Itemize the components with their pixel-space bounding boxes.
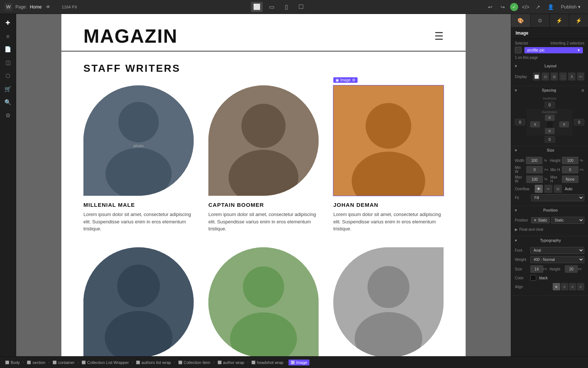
user-button[interactable]: 👤	[545, 2, 556, 12]
bc-headshot-wrap[interactable]: ⬜ headshot wrap	[249, 360, 286, 365]
bc-body[interactable]: ⬜ Body	[3, 360, 22, 365]
writer-headshot-3-wrapper[interactable]: ▣ Image ⚙	[333, 85, 444, 196]
padding-left-input[interactable]	[530, 121, 540, 127]
code-button[interactable]: </>	[520, 2, 531, 12]
writer-headshot-4[interactable]	[83, 247, 194, 357]
overflow-visible-btn[interactable]: 👁	[535, 185, 543, 193]
page-name[interactable]: Home	[30, 4, 42, 10]
margin-bottom-input[interactable]	[545, 136, 555, 143]
writer-headshot-2[interactable]	[208, 85, 319, 196]
margin-left-input[interactable]	[515, 119, 525, 125]
sidebar-layers-icon[interactable]: ≡	[2, 30, 14, 42]
display-flex-btn[interactable]: ⊟	[542, 72, 549, 81]
device-mobile[interactable]: ☐	[295, 2, 307, 12]
max-h-input[interactable]	[562, 176, 578, 183]
spacing-extra-icon[interactable]: ⊞	[581, 89, 584, 92]
selector-name-tag[interactable]: profile pic ▾	[524, 47, 583, 53]
sidebar-cms-icon[interactable]: ◫	[2, 57, 14, 68]
display-block-btn[interactable]: ⬜	[533, 72, 540, 81]
bc-clw-icon: ⬜	[82, 361, 86, 364]
position-section-header[interactable]: ▾ Position	[511, 206, 588, 214]
right-panel: 🎨 ⚙ ⚡ ⚡ Image Selector Inheriting 2 sele…	[511, 14, 588, 356]
layout-section-header[interactable]: ▾ Layout	[511, 62, 588, 70]
writer-headshot-3[interactable]	[333, 85, 444, 196]
panel-custom-attr-icon[interactable]: ⚡	[569, 14, 588, 27]
publish-button[interactable]: Publish ▾	[558, 3, 584, 11]
font-size-input[interactable]	[530, 265, 543, 273]
image-selection-tag: ▣ Image ⚙	[333, 77, 358, 83]
writer-headshot-5[interactable]	[208, 247, 319, 357]
panel-interactions-icon[interactable]: ⚡	[550, 14, 569, 27]
align-center-btn[interactable]: ≡	[561, 283, 568, 290]
margin-top-input[interactable]	[545, 102, 555, 108]
sidebar-seo-icon[interactable]: 🔍	[2, 96, 14, 108]
align-left-btn[interactable]: ≡	[553, 283, 560, 290]
position-select[interactable]: Static Relative Absolute Fixed Sticky	[551, 217, 584, 224]
padding-bottom-input[interactable]	[545, 128, 555, 134]
share-button[interactable]: ↗	[533, 2, 543, 12]
min-h-input[interactable]	[562, 166, 578, 173]
height-input[interactable]	[562, 157, 578, 164]
preview-icon[interactable]: 👁	[46, 4, 50, 10]
line-height-input[interactable]	[565, 265, 578, 273]
display-grid-btn[interactable]: ⊞	[551, 72, 558, 81]
sidebar-assets-icon[interactable]: ⬡	[2, 70, 14, 82]
size-section-header[interactable]: ▾ Size	[511, 146, 588, 154]
margin-top-row	[515, 102, 584, 108]
writer-headshot-6[interactable]	[333, 247, 444, 357]
position-x-tag[interactable]: ✕ Static	[531, 217, 550, 223]
bc-author-wrap[interactable]: ⬜ author wrap	[215, 360, 247, 365]
align-right-btn[interactable]: ≡	[569, 283, 576, 290]
panel-settings-icon[interactable]: ⚙	[531, 14, 550, 27]
sidebar-add-icon[interactable]: ✚	[2, 17, 14, 29]
overflow-scroll-btn[interactable]: ⊟	[554, 185, 562, 193]
writer-card-1: photo MILLENIAL MALE Lorem ipsum dolor s…	[83, 85, 194, 233]
device-desktop[interactable]: ⬜	[251, 2, 263, 12]
bc-img-label: Image	[296, 360, 308, 365]
align-justify-btn[interactable]: ≡	[577, 283, 584, 290]
padding-right-input[interactable]	[559, 121, 569, 127]
bc-section[interactable]: ⬜ section	[25, 360, 47, 365]
color-swatch[interactable]	[530, 275, 536, 281]
sidebar-ecomm-icon[interactable]: 🛒	[2, 83, 14, 95]
hamburger-menu[interactable]: ☰	[434, 30, 444, 42]
redo-button[interactable]: ↪	[498, 2, 508, 12]
min-h-unit: PX	[580, 168, 584, 171]
spacing-title: Spacing	[542, 88, 556, 92]
bc-image[interactable]: ⬜ Image	[288, 360, 310, 365]
bc-collection-list-wrapper[interactable]: ⬜ Collection List Wrapper	[79, 360, 131, 365]
position-x-label: Static	[538, 218, 547, 222]
overflow-hidden-btn[interactable]: ✏	[544, 185, 552, 193]
min-w-input[interactable]	[526, 166, 543, 173]
sidebar-settings-icon[interactable]: ⚙	[2, 110, 14, 121]
writer-headshot-1[interactable]: photo	[83, 85, 194, 196]
fit-select[interactable]: Fill Fit Cover	[531, 194, 584, 201]
bc-aw-icon: ⬜	[218, 361, 222, 364]
display-inline-btn[interactable]: ⬚	[559, 72, 567, 81]
display-none-btn[interactable]: ✏	[577, 72, 584, 81]
device-tablet-landscape[interactable]: ▭	[266, 2, 277, 12]
w-logo[interactable]: W	[4, 3, 12, 11]
undo-button[interactable]: ↩	[485, 2, 495, 12]
bc-collection-item[interactable]: ⬜ Collection Item	[176, 360, 213, 365]
width-input[interactable]	[526, 157, 542, 164]
spacing-section-header[interactable]: ▾ Spacing ⊞	[511, 86, 588, 94]
float-clear-button[interactable]: ▶ Float and clear	[515, 227, 544, 231]
max-w-input[interactable]	[526, 176, 543, 183]
weight-label: Weight	[515, 258, 530, 262]
display-text-btn[interactable]: A	[568, 72, 576, 81]
weight-select[interactable]: 400 - Normal 700 - Bold	[530, 256, 584, 263]
margin-right-input[interactable]	[574, 119, 584, 125]
padding-top-input[interactable]	[545, 115, 555, 121]
bc-authors-list-wrap[interactable]: ⬜ authors list wrap	[134, 360, 173, 365]
font-select[interactable]: Arial	[530, 247, 584, 254]
device-tablet[interactable]: ▯	[280, 2, 292, 12]
selector-label: Selector	[515, 41, 528, 45]
bc-container[interactable]: ⬜ container	[50, 360, 77, 365]
panel-style-icon[interactable]: 🎨	[511, 14, 531, 27]
sidebar-pages-icon[interactable]: 📄	[2, 43, 14, 55]
typography-section-header[interactable]: ▾ Typography	[511, 236, 588, 244]
position-title: Position	[543, 208, 557, 212]
image-tag-gear[interactable]: ⚙	[352, 78, 355, 82]
padding-label: PADDING	[530, 110, 569, 114]
